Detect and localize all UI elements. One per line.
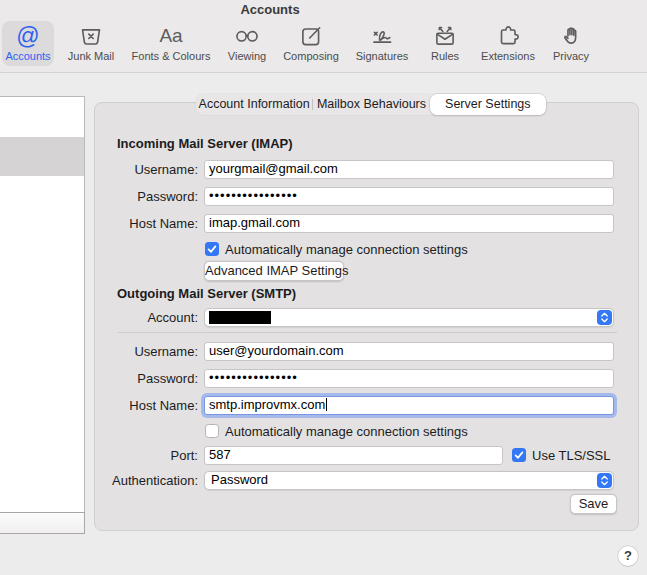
toolbar-item-label: Fonts & Colours: [132, 50, 211, 63]
smtp-account-label: Account:: [95, 308, 198, 327]
smtp-username-label: Username:: [95, 342, 198, 361]
toolbar: Accounts @ Accounts Junk Mail Aa Fonts &…: [0, 0, 647, 73]
smtp-password-field[interactable]: ••••••••••••••••: [204, 369, 614, 388]
sidebar-selected-account-row[interactable]: [0, 137, 84, 176]
use-tls-label: Use TLS/SSL: [532, 448, 611, 463]
toolbar-item-label: Extensions: [481, 50, 535, 63]
toolbar-item-label: Privacy: [553, 50, 589, 63]
hand-icon: [558, 21, 584, 50]
imap-auto-manage-checkbox[interactable]: [205, 242, 219, 256]
toolbar-item-accounts[interactable]: @ Accounts: [2, 21, 54, 66]
smtp-username-value: user@yourdomain.com: [209, 343, 344, 358]
popup-stepper-icon: [597, 473, 612, 488]
toolbar-item-privacy[interactable]: Privacy: [544, 21, 598, 66]
toolbar-item-label: Signatures: [356, 50, 409, 63]
save-button[interactable]: Save: [570, 494, 617, 514]
toolbar-item-signatures[interactable]: Signatures: [345, 21, 419, 66]
toolbar-item-composing[interactable]: Composing: [275, 21, 347, 66]
checkmark-icon: [513, 449, 525, 461]
imap-password-field[interactable]: ••••••••••••••••: [204, 187, 614, 206]
toolbar-item-fonts-colours[interactable]: Aa Fonts & Colours: [122, 21, 220, 66]
smtp-auth-label: Authentication:: [95, 471, 198, 490]
incoming-section-title: Incoming Mail Server (IMAP): [117, 136, 293, 151]
smtp-port-value: 587: [209, 447, 231, 462]
glasses-icon: [234, 21, 260, 50]
smtp-host-field[interactable]: smtp.improvmx.com: [204, 396, 614, 415]
smtp-auth-value: Password: [211, 472, 268, 487]
imap-host-label: Host Name:: [95, 214, 198, 233]
advanced-imap-settings-button[interactable]: Advanced IMAP Settings: [204, 261, 344, 281]
signature-icon: [369, 21, 395, 50]
outgoing-section-title: Outgoing Mail Server (SMTP): [117, 286, 296, 301]
fonts-icon: Aa: [159, 21, 182, 50]
imap-host-value: imap.gmail.com: [209, 215, 300, 230]
section-divider: [118, 332, 617, 333]
smtp-username-field[interactable]: user@yourdomain.com: [204, 342, 614, 361]
smtp-port-label: Port:: [95, 446, 198, 465]
accounts-sidebar-list[interactable]: [0, 96, 85, 513]
imap-host-field[interactable]: imap.gmail.com: [204, 214, 614, 233]
use-tls-checkbox[interactable]: [512, 448, 526, 462]
compose-icon: [298, 21, 324, 50]
puzzle-icon: [495, 21, 521, 50]
smtp-auto-manage-label: Automatically manage connection settings: [225, 424, 468, 439]
imap-username-label: Username:: [95, 160, 198, 179]
toolbar-item-label: Accounts: [5, 50, 50, 63]
smtp-port-field[interactable]: 587: [204, 446, 503, 465]
toolbar-item-junk-mail[interactable]: Junk Mail: [60, 21, 122, 66]
checkmark-icon: [206, 243, 218, 255]
imap-username-value: yourgmail@gmail.com: [209, 161, 338, 176]
smtp-password-label: Password:: [95, 369, 198, 388]
toolbar-item-viewing[interactable]: Viewing: [219, 21, 275, 66]
text-cursor: [326, 398, 327, 411]
sidebar-footer-bar: [0, 512, 85, 534]
toolbar-item-label: Composing: [283, 50, 339, 63]
redacted-account-name: [209, 311, 271, 324]
smtp-account-popup[interactable]: [204, 308, 614, 327]
at-icon: @: [16, 21, 39, 50]
smtp-password-value: ••••••••••••••••: [209, 370, 298, 385]
imap-username-field[interactable]: yourgmail@gmail.com: [204, 160, 614, 179]
rules-envelope-icon: [432, 21, 458, 50]
junk-mail-icon: [78, 21, 104, 50]
smtp-host-label: Host Name:: [95, 396, 198, 415]
smtp-host-value: smtp.improvmx.com: [209, 397, 325, 412]
toolbar-item-extensions[interactable]: Extensions: [471, 21, 545, 66]
toolbar-item-label: Viewing: [228, 50, 266, 63]
imap-password-value: ••••••••••••••••: [209, 188, 298, 203]
popup-stepper-icon: [597, 310, 612, 325]
tab-mailbox-behaviours[interactable]: Mailbox Behaviours: [313, 94, 429, 115]
toolbar-item-label: Junk Mail: [68, 50, 114, 63]
tab-account-information[interactable]: Account Information: [196, 94, 312, 115]
server-settings-panel: Incoming Mail Server (IMAP) Username: yo…: [94, 102, 639, 531]
window-title: Accounts: [240, 2, 299, 17]
smtp-auto-manage-checkbox[interactable]: [205, 424, 219, 438]
help-button[interactable]: ?: [618, 546, 638, 566]
tab-bar: Account Information Mailbox Behaviours S…: [196, 94, 546, 115]
toolbar-item-label: Rules: [431, 50, 459, 63]
tab-server-settings[interactable]: Server Settings: [430, 94, 546, 115]
accounts-preferences-window: Accounts @ Accounts Junk Mail Aa Fonts &…: [0, 0, 647, 575]
imap-auto-manage-label: Automatically manage connection settings: [225, 242, 468, 257]
toolbar-item-rules[interactable]: Rules: [422, 21, 468, 66]
smtp-auth-popup[interactable]: Password: [204, 471, 614, 490]
imap-password-label: Password:: [95, 187, 198, 206]
